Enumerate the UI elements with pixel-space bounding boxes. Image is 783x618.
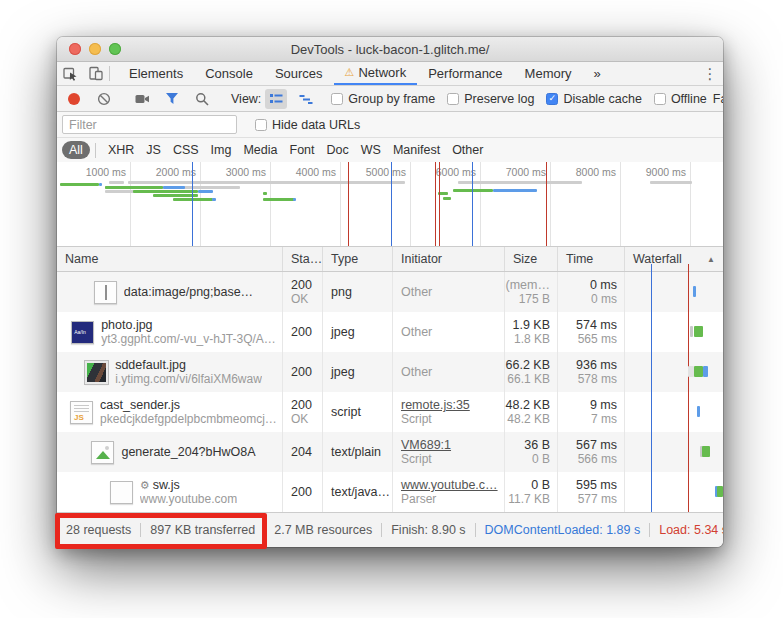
divider bbox=[381, 523, 382, 537]
timeline-tick-label: 3000 ms bbox=[204, 166, 266, 178]
column-header-type[interactable]: Type bbox=[323, 247, 393, 271]
grid-line bbox=[620, 162, 621, 246]
tab-network[interactable]: ⚠Network bbox=[334, 62, 418, 85]
column-header-name[interactable]: Name bbox=[57, 247, 283, 271]
overview-request-bar bbox=[105, 186, 163, 189]
tab-sources[interactable]: Sources bbox=[264, 62, 334, 85]
domcontentloaded-marker bbox=[651, 264, 652, 512]
request-name: photo.jpg bbox=[101, 318, 152, 332]
status-code: 200 bbox=[291, 485, 322, 499]
divider bbox=[475, 523, 476, 537]
file-icon bbox=[110, 481, 133, 504]
show-overview-button[interactable] bbox=[295, 89, 317, 109]
filter-funnel-icon[interactable] bbox=[161, 89, 183, 109]
request-domain: i.ytimg.com/vi/6lfaiXM6waw bbox=[115, 372, 262, 386]
load-marker bbox=[688, 264, 689, 512]
hide-data-urls-checkbox[interactable]: Hide data URLs bbox=[255, 118, 360, 132]
tab-console[interactable]: Console bbox=[194, 62, 264, 85]
initiator[interactable]: www.youtube.c… bbox=[401, 478, 504, 492]
time: 936 ms bbox=[576, 358, 617, 372]
zoom-button[interactable] bbox=[109, 43, 121, 55]
group-by-frame-checkbox[interactable]: Group by frame bbox=[331, 92, 435, 106]
divider bbox=[95, 143, 96, 158]
initiator[interactable]: VM689:1 bbox=[401, 438, 504, 452]
status-code: 200 bbox=[291, 398, 322, 412]
grid-line bbox=[550, 162, 551, 246]
filter-pill-ws[interactable]: WS bbox=[355, 141, 387, 159]
filter-pill-xhr[interactable]: XHR bbox=[102, 141, 140, 159]
table-row[interactable]: photo.jpg yt3.ggpht.com/-vu_v-hJT-3Q/A… … bbox=[57, 312, 723, 352]
table-row[interactable]: cast_sender.js pkedcjkdefgpdelpbcmbmeomc… bbox=[57, 392, 723, 432]
throttling-dropdown[interactable]: Fas bbox=[713, 92, 723, 106]
clear-button[interactable] bbox=[93, 89, 115, 109]
filter-pill-css[interactable]: CSS bbox=[167, 141, 205, 159]
file-icon bbox=[85, 361, 108, 384]
table-row[interactable]: generate_204?bHwO8A 204 text/plain VM689… bbox=[57, 432, 723, 472]
overview-request-bar bbox=[458, 181, 582, 184]
status-bar: 28 requests897 KB transferred2.7 MB reso… bbox=[57, 512, 723, 547]
view-large-rows-button[interactable] bbox=[265, 89, 287, 109]
table-row[interactable]: ⚙sw.js www.youtube.com 200 text/java… ww… bbox=[57, 472, 723, 512]
kebab-menu-icon[interactable]: ⋮ bbox=[697, 62, 723, 85]
waterfall-bar bbox=[694, 366, 703, 377]
tab-memory[interactable]: Memory bbox=[514, 62, 583, 85]
table-row[interactable]: sddefault.jpg i.ytimg.com/vi/6lfaiXM6waw… bbox=[57, 352, 723, 392]
filter-pill-js[interactable]: JS bbox=[140, 141, 167, 159]
warning-icon: ⚠ bbox=[345, 67, 355, 78]
tab-[interactable]: » bbox=[583, 62, 612, 85]
tab-performance[interactable]: Performance bbox=[417, 62, 513, 85]
request-type: png bbox=[331, 285, 392, 299]
timeline-tick-label: 7000 ms bbox=[484, 166, 546, 178]
disable-cache-checkbox[interactable]: Disable cache bbox=[546, 92, 642, 106]
view-label: View: bbox=[231, 92, 261, 106]
overview-request-bar bbox=[493, 189, 537, 192]
grid-line bbox=[340, 162, 341, 246]
request-type: script bbox=[331, 405, 392, 419]
filter-pill-media[interactable]: Media bbox=[237, 141, 283, 159]
size: 0 B bbox=[531, 478, 550, 492]
offline-checkbox[interactable]: Offline bbox=[654, 92, 707, 106]
search-icon[interactable] bbox=[191, 89, 213, 109]
request-name: sddefault.jpg bbox=[115, 358, 186, 372]
minimize-button[interactable] bbox=[89, 43, 101, 55]
waterfall-bar bbox=[697, 406, 700, 417]
column-header-size[interactable]: Size bbox=[505, 247, 558, 271]
tab-elements[interactable]: Elements bbox=[118, 62, 194, 85]
timeline-tick-label: 8000 ms bbox=[554, 166, 616, 178]
filter-pill-other[interactable]: Other bbox=[446, 141, 489, 159]
column-header-time[interactable]: Time bbox=[558, 247, 625, 271]
column-header-initiator[interactable]: Initiator bbox=[393, 247, 505, 271]
column-header-waterfall[interactable]: Waterfall▲ bbox=[625, 247, 723, 271]
column-header-sta[interactable]: Sta… bbox=[283, 247, 323, 271]
load-marker bbox=[435, 162, 436, 246]
network-toolbar: View: Group by frame Pr bbox=[57, 86, 723, 112]
waterfall-bar bbox=[694, 326, 703, 337]
request-type: text/plain bbox=[331, 445, 392, 459]
filter-pill-font[interactable]: Font bbox=[284, 141, 321, 159]
close-button[interactable] bbox=[69, 43, 81, 55]
load-marker bbox=[546, 162, 547, 246]
record-button[interactable] bbox=[63, 89, 85, 109]
status-code: 204 bbox=[291, 445, 322, 459]
status-item: Load: 5.34 s bbox=[659, 523, 723, 537]
requests-table: NameSta…TypeInitiatorSizeTimeWaterfall▲ … bbox=[57, 247, 723, 512]
filter-pill-all[interactable]: All bbox=[62, 141, 90, 159]
filter-pill-manifest[interactable]: Manifest bbox=[387, 141, 446, 159]
overview-request-bar bbox=[60, 183, 99, 186]
time: 574 ms bbox=[576, 318, 617, 332]
table-row[interactable]: data:image/png;base… 200OK png Other (me… bbox=[57, 272, 723, 312]
screenshot-stage: DevTools - luck-bacon-1.glitch.me/ Eleme… bbox=[0, 0, 783, 618]
filter-input[interactable] bbox=[62, 115, 237, 134]
device-toolbar-icon[interactable] bbox=[83, 62, 109, 85]
preserve-log-checkbox[interactable]: Preserve log bbox=[447, 92, 534, 106]
filter-pill-doc[interactable]: Doc bbox=[321, 141, 355, 159]
filter-pill-img[interactable]: Img bbox=[205, 141, 238, 159]
request-type: jpeg bbox=[331, 365, 392, 379]
size: (mem… bbox=[506, 278, 550, 292]
status-item: Finish: 8.90 s bbox=[391, 523, 465, 537]
capture-screenshots-icon[interactable] bbox=[131, 89, 153, 109]
inspect-element-icon[interactable] bbox=[57, 62, 83, 85]
initiator[interactable]: remote.js:35 bbox=[401, 398, 504, 412]
waterfall-bar bbox=[690, 326, 693, 337]
timeline-overview[interactable]: 1000 ms2000 ms3000 ms4000 ms5000 ms6000 … bbox=[57, 162, 723, 247]
